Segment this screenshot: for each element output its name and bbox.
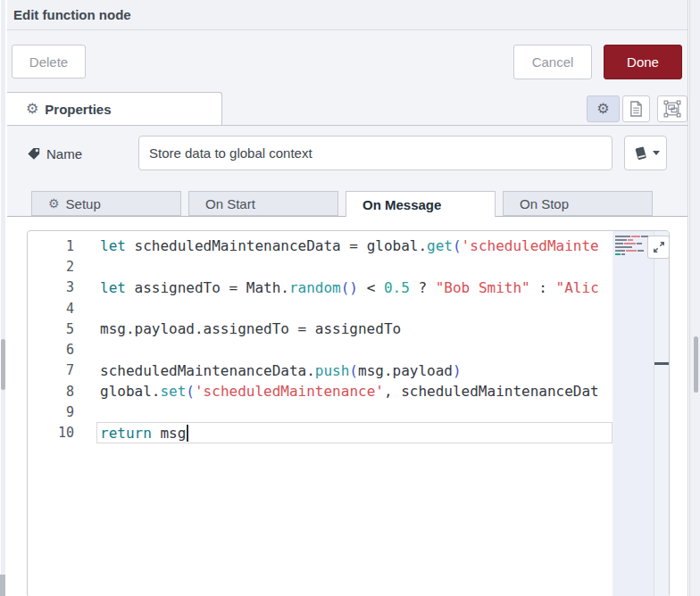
gear-icon: ⚙ (26, 102, 38, 116)
code-lines: 1let scheduledMaintenanceData = global.g… (28, 236, 669, 443)
description-view-button[interactable] (622, 95, 650, 122)
editor-section: 1let scheduledMaintenanceData = global.g… (7, 217, 688, 596)
line-number: 4 (28, 301, 100, 317)
code-text: let assignedTo = Math.random() < 0.5 ? "… (100, 279, 599, 296)
right-edge-panel (689, 0, 700, 596)
code-text: return msg (100, 425, 186, 442)
code-line[interactable]: 9 (28, 401, 669, 422)
code-text: scheduledMaintenanceData.push(msg.payloa… (100, 362, 462, 379)
expand-icon (653, 241, 665, 253)
chevron-down-icon (653, 151, 660, 155)
line-number: 5 (28, 321, 100, 337)
line-number: 2 (28, 259, 100, 275)
dialog-title-bar: Edit function node (7, 0, 688, 30)
right-scrollbar-thumb[interactable] (694, 336, 698, 393)
expand-editor-button[interactable] (647, 236, 670, 259)
tab-on-start[interactable]: On Start (188, 191, 338, 216)
code-editor[interactable]: 1let scheduledMaintenanceData = global.g… (27, 230, 670, 596)
code-text: let scheduledMaintenanceData = global.ge… (100, 237, 599, 254)
minimap[interactable] (612, 231, 654, 596)
left-bottom-block (0, 575, 5, 596)
delete-button[interactable]: Delete (12, 45, 86, 79)
left-scrollbar-thumb[interactable] (1, 339, 5, 390)
library-button[interactable] (624, 136, 667, 170)
left-scrollbar-track (1, 0, 5, 596)
code-line[interactable]: 10return msg (28, 423, 669, 443)
tag-icon (26, 146, 41, 161)
line-number: 6 (28, 342, 100, 358)
name-input[interactable] (138, 136, 612, 170)
object-group-icon (663, 100, 681, 118)
line-number: 7 (28, 362, 100, 378)
line-number: 3 (28, 279, 100, 295)
code-line[interactable]: 2 (28, 256, 669, 277)
editor-scrollbar-track[interactable] (654, 231, 669, 596)
properties-tab-label: Properties (45, 102, 111, 117)
line-number: 1 (28, 238, 100, 254)
code-line[interactable]: 1let scheduledMaintenanceData = global.g… (28, 236, 669, 256)
line-number: 9 (28, 404, 100, 420)
cancel-button[interactable]: Cancel (513, 45, 592, 79)
done-button[interactable]: Done (604, 45, 682, 79)
code-line[interactable]: 5msg.payload.assignedTo = assignedTo (28, 319, 669, 339)
gear-icon: ⚙ (48, 197, 60, 210)
code-text: global.set('scheduledMaintenance', sched… (100, 383, 599, 400)
gear-icon: ⚙ (596, 102, 609, 116)
tab-setup[interactable]: ⚙ Setup (31, 191, 181, 216)
text-cursor (187, 425, 188, 442)
dialog-title: Edit function node (13, 7, 131, 22)
appearance-view-button[interactable] (657, 95, 688, 122)
editor-scrollbar-thumb[interactable] (654, 362, 670, 365)
name-row: Name (7, 136, 688, 171)
code-line[interactable]: 8global.set('scheduledMaintenance', sche… (28, 381, 669, 401)
properties-tab-bar: ⚙ Properties ⚙ (7, 92, 688, 126)
line-number: 8 (28, 384, 100, 400)
tab-properties[interactable]: ⚙ Properties (7, 92, 222, 125)
code-line[interactable]: 7scheduledMaintenanceData.push(msg.paylo… (28, 360, 669, 381)
code-line[interactable]: 3let assignedTo = Math.random() < 0.5 ? … (28, 277, 669, 298)
book-icon (632, 145, 648, 161)
code-text: msg.payload.assignedTo = assignedTo (100, 320, 401, 337)
edit-function-node-dialog: Edit function node Delete Cancel Done ⚙ … (7, 0, 688, 596)
document-icon (629, 100, 644, 118)
function-tab-bar: ⚙ Setup On Start On Message On Stop (7, 191, 688, 217)
name-label: Name (26, 136, 82, 171)
code-line[interactable]: 4 (28, 298, 669, 319)
code-line[interactable]: 6 (28, 339, 669, 360)
tab-on-message[interactable]: On Message (346, 191, 496, 217)
properties-view-button[interactable]: ⚙ (587, 95, 620, 122)
line-number: 10 (28, 425, 100, 441)
tab-on-stop[interactable]: On Stop (503, 191, 653, 216)
